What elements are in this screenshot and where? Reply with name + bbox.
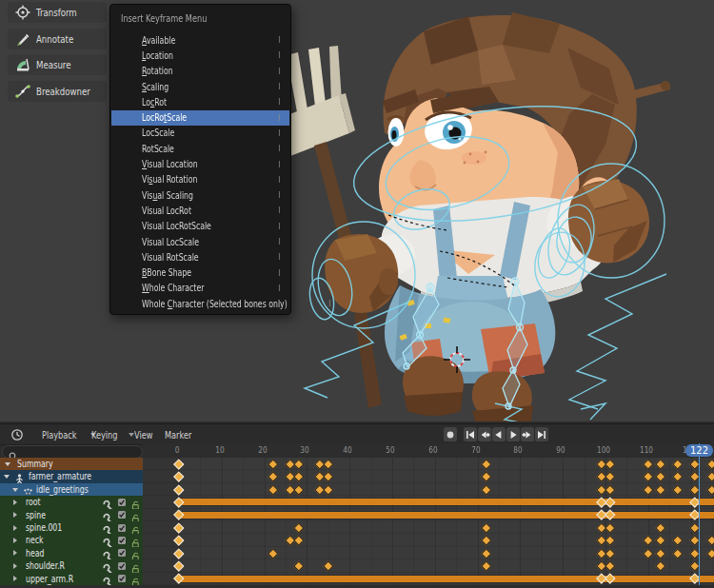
keyframe-row[interactable] <box>143 470 714 482</box>
keyframe[interactable] <box>605 561 615 572</box>
menu-item-visual-rotscale[interactable]: Visual RotScaleI <box>111 249 289 265</box>
keyframe[interactable] <box>707 472 714 482</box>
keyframe[interactable] <box>293 484 304 495</box>
keyframe-area[interactable] <box>143 458 714 585</box>
keyframe[interactable] <box>174 561 185 572</box>
keyframe[interactable] <box>481 459 491 469</box>
keyframe-row[interactable] <box>143 573 714 585</box>
channel-enable-checkbox[interactable] <box>118 575 126 582</box>
collapse-caret[interactable] <box>12 488 18 492</box>
menu-item-rotscale[interactable]: RotScaleI <box>111 141 289 156</box>
menu-item-visual-rotation[interactable]: Visual RotationI <box>111 172 289 187</box>
menu-item-bbone-shape[interactable]: BBone ShapeI <box>111 265 289 281</box>
keyframe[interactable] <box>293 459 304 469</box>
menu-item-locscale[interactable]: LocScaleI <box>111 126 289 141</box>
keyframe[interactable] <box>323 472 333 482</box>
menu-item-location[interactable]: LocationI <box>111 48 289 63</box>
expand-caret[interactable] <box>13 500 17 505</box>
keyframe[interactable] <box>268 472 278 482</box>
channel-row-upper-arm-r[interactable]: upper_arm.R <box>0 573 143 585</box>
keyframe[interactable] <box>656 522 666 533</box>
keyframe[interactable] <box>605 536 615 546</box>
keyframe[interactable] <box>174 536 185 546</box>
menu-item-available[interactable]: AvailableI <box>111 32 289 48</box>
menu-item-locrot[interactable]: LocRotI <box>111 94 289 109</box>
expand-caret[interactable] <box>13 512 17 518</box>
menu-item-visual-location[interactable]: Visual LocationI <box>111 156 289 171</box>
keyframe[interactable] <box>673 459 684 469</box>
measure-tool-button[interactable]: Measure <box>8 54 107 75</box>
channel-row-summary[interactable]: Summary <box>0 458 143 470</box>
keyframe[interactable] <box>707 536 714 546</box>
keyframe[interactable] <box>656 561 666 572</box>
keyframe[interactable] <box>268 484 278 495</box>
keyframe[interactable] <box>293 472 304 482</box>
keyframe[interactable] <box>174 522 185 533</box>
channel-enable-checkbox[interactable] <box>118 499 126 506</box>
channel-enable-checkbox[interactable] <box>118 562 126 570</box>
menu-item-scaling[interactable]: ScalingI <box>111 79 289 94</box>
keyframe[interactable] <box>293 561 304 572</box>
keyframe[interactable] <box>656 459 666 469</box>
menu-item-visual-locrotscale[interactable]: Visual LocRotScaleI <box>111 219 289 234</box>
keyframe[interactable] <box>481 484 491 495</box>
keyframe[interactable] <box>323 484 333 495</box>
channel-row-idle-greetings[interactable]: idle_greetings <box>0 483 143 496</box>
keyframe[interactable] <box>481 536 491 546</box>
keyframe[interactable] <box>323 561 333 572</box>
annotate-tool-button[interactable]: Annotate <box>8 29 107 49</box>
keyframe[interactable] <box>481 548 491 559</box>
keyframe[interactable] <box>673 472 684 482</box>
keyframe[interactable] <box>673 536 684 546</box>
keyframe[interactable] <box>293 536 304 546</box>
keyframe[interactable] <box>643 484 653 495</box>
keyframe[interactable] <box>656 472 666 482</box>
keyframe[interactable] <box>656 484 666 495</box>
keyframe[interactable] <box>673 548 684 559</box>
prev-keyframe-button[interactable] <box>478 427 491 441</box>
keyframe[interactable] <box>605 484 615 495</box>
keyframe[interactable] <box>707 548 714 559</box>
expand-caret[interactable] <box>13 538 17 543</box>
next-keyframe-button[interactable] <box>521 427 534 441</box>
keyframe[interactable] <box>174 459 185 469</box>
play-button[interactable] <box>506 427 520 441</box>
record-button[interactable] <box>444 427 457 441</box>
channel-row-root[interactable]: root <box>0 496 143 508</box>
menu-keying[interactable]: Keying <box>91 424 134 444</box>
channel-row-spine-001[interactable]: spine.001 <box>0 521 143 534</box>
channel-enable-checkbox[interactable] <box>118 549 126 557</box>
menu-item-whole-character[interactable]: Whole CharacterI <box>111 281 289 296</box>
expand-caret[interactable] <box>13 550 17 556</box>
keyframe[interactable] <box>268 459 278 469</box>
keyframe-row[interactable] <box>143 496 714 508</box>
keyframe[interactable] <box>481 522 491 533</box>
menu-view[interactable]: View <box>134 424 158 444</box>
3d-viewport[interactable]: TransformAnnotateMeasureBreakdowner Inse… <box>0 0 714 421</box>
keyframe[interactable] <box>323 459 333 469</box>
menu-item-visual-locscale[interactable]: Visual LocScaleI <box>111 234 289 249</box>
jump-end-button[interactable] <box>535 427 548 441</box>
expand-caret[interactable] <box>13 525 17 531</box>
expand-caret[interactable] <box>13 576 17 581</box>
timeline-ruler[interactable]: 0102030405060708090100110120 <box>143 443 714 458</box>
keyframe-row[interactable] <box>143 559 714 572</box>
keyframe[interactable] <box>174 548 185 559</box>
transform-tool-button[interactable]: Transform <box>8 2 107 23</box>
channel-row-farmer-armature[interactable]: farmer_armature <box>0 470 143 482</box>
channel-enable-checkbox[interactable] <box>118 511 126 519</box>
collapse-caret[interactable] <box>5 462 10 466</box>
channel-enable-checkbox[interactable] <box>118 524 126 532</box>
menu-item-visual-locrot[interactable]: Visual LocRotI <box>111 203 289 218</box>
editor-type-button[interactable] <box>4 427 32 441</box>
keyframe[interactable] <box>643 472 653 482</box>
playhead[interactable] <box>699 443 701 585</box>
keyframe[interactable] <box>643 536 653 546</box>
breakdowner-tool-button[interactable]: Breakdowner <box>8 81 107 102</box>
channel-search[interactable] <box>2 445 143 459</box>
channel-enable-checkbox[interactable] <box>118 537 126 544</box>
keyframe[interactable] <box>707 484 714 495</box>
keyframe-row[interactable] <box>143 509 714 521</box>
keyframe[interactable] <box>605 459 615 469</box>
jump-start-button[interactable] <box>464 427 477 441</box>
